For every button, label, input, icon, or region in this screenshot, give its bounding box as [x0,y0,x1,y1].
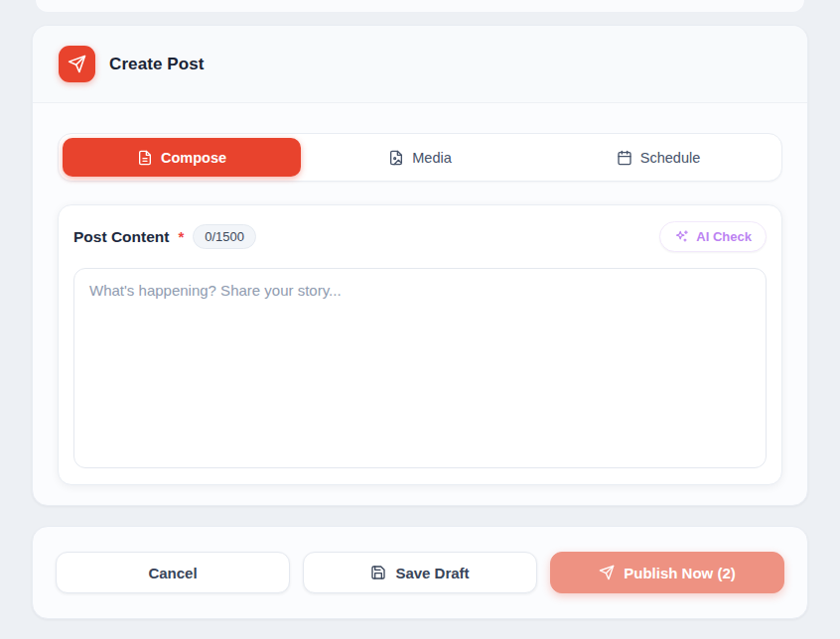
create-post-header: Create Post [33,26,807,103]
image-file-icon [388,150,404,166]
send-icon [59,46,95,82]
page-title: Create Post [109,55,205,74]
tab-schedule-label: Schedule [640,150,700,166]
char-count-badge: 0/1500 [193,224,256,249]
post-content-label: Post Content [73,228,169,246]
post-content-header: Post Content * 0/1500 AI Check [73,221,767,252]
calendar-icon [617,150,632,166]
ai-check-button[interactable]: AI Check [659,221,767,252]
save-icon [370,565,386,580]
create-post-body: Compose Media Schedule Post Content * 0/… [33,103,807,505]
tab-bar: Compose Media Schedule [58,133,782,182]
send-icon [599,565,615,580]
publish-now-button[interactable]: Publish Now (2) [550,552,784,593]
sparkles-icon [674,229,689,244]
post-content-card: Post Content * 0/1500 AI Check [58,204,782,485]
tab-compose-label: Compose [161,150,226,166]
save-draft-label: Save Draft [395,565,469,581]
cancel-button[interactable]: Cancel [56,552,290,593]
tab-media[interactable]: Media [301,138,539,177]
create-post-card: Create Post Compose Media Schedule [32,25,808,506]
tab-compose[interactable]: Compose [63,138,301,177]
publish-now-label: Publish Now (2) [624,565,736,581]
file-text-icon [137,150,153,166]
post-content-input[interactable] [73,268,767,468]
tab-schedule[interactable]: Schedule [539,138,777,177]
cancel-label: Cancel [148,565,197,581]
ai-check-label: AI Check [696,229,752,244]
tab-media-label: Media [412,150,452,166]
required-marker: * [178,228,184,245]
save-draft-button[interactable]: Save Draft [303,552,537,593]
action-bar: Cancel Save Draft Publish Now (2) [32,526,808,619]
previous-card-edge [35,0,805,13]
